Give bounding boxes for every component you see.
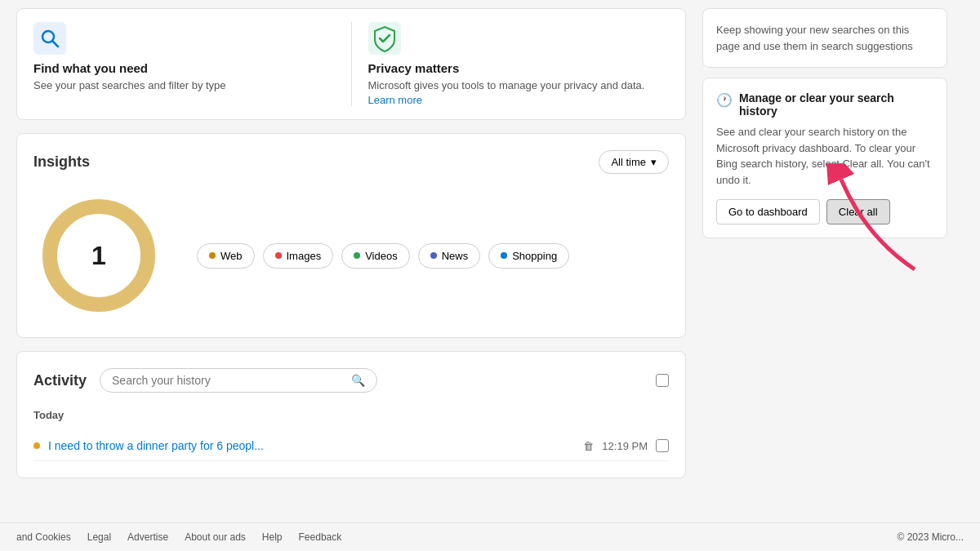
images-dot xyxy=(275,252,282,259)
activity-select-all-checkbox[interactable] xyxy=(656,374,669,387)
footer-help-link[interactable]: Help xyxy=(262,531,283,543)
history-link[interactable]: I need to throw a dinner party for 6 peo… xyxy=(48,439,575,452)
chip-videos[interactable]: Videos xyxy=(341,243,410,269)
privacy-card: Privacy matters Microsoft gives you tool… xyxy=(351,22,670,106)
activity-header: Activity 🔍 xyxy=(33,368,669,393)
videos-dot xyxy=(354,252,360,259)
footer-about-ads-link[interactable]: About our ads xyxy=(185,531,246,543)
find-card: Find what you need See your past searche… xyxy=(33,22,351,106)
chip-web-label: Web xyxy=(220,250,243,262)
find-card-desc: See your past searches and filter by typ… xyxy=(33,78,335,93)
clear-all-button[interactable]: Clear all xyxy=(826,199,890,224)
history-meta: 🗑 12:19 PM xyxy=(583,439,669,452)
manage-card: 🕐 Manage or clear your search history Se… xyxy=(702,78,947,238)
search-input[interactable] xyxy=(112,374,345,387)
manage-card-title: Manage or clear your search history xyxy=(739,91,933,118)
chip-shopping-label: Shopping xyxy=(512,250,557,262)
item-checkbox[interactable] xyxy=(656,439,669,452)
news-dot xyxy=(430,252,437,259)
footer-copyright: © 2023 Micro... xyxy=(897,531,964,543)
insights-card: Insights All time ▾ 1 xyxy=(16,133,686,338)
manage-card-desc: See and clear your search history on the… xyxy=(716,124,933,188)
chip-news-label: News xyxy=(442,250,469,262)
chevron-down-icon: ▾ xyxy=(651,156,657,168)
privacy-icon xyxy=(368,22,401,55)
history-time: 12:19 PM xyxy=(602,440,648,452)
search-box[interactable]: 🔍 xyxy=(100,368,377,393)
donut-chart: 1 xyxy=(33,190,164,321)
chip-web[interactable]: Web xyxy=(197,243,255,269)
donut-count: 1 xyxy=(91,241,106,271)
learn-more-link[interactable]: Learn more xyxy=(368,94,422,106)
sidebar-top-text: Keep showing your new searches on this p… xyxy=(716,22,933,54)
history-dot xyxy=(33,442,40,449)
shopping-dot xyxy=(501,252,507,259)
insights-header: Insights All time ▾ xyxy=(33,150,669,174)
chip-videos-label: Videos xyxy=(365,250,398,262)
activity-title: Activity xyxy=(33,372,87,389)
time-filter-dropdown[interactable]: All time ▾ xyxy=(599,150,669,174)
insights-title: Insights xyxy=(33,153,90,171)
chip-images-label: Images xyxy=(287,250,322,262)
filter-chips: Web Images Videos News xyxy=(197,243,669,269)
footer-advertise-link[interactable]: Advertise xyxy=(127,531,168,543)
footer-cookies-link[interactable]: and Cookies xyxy=(16,531,71,543)
svg-rect-0 xyxy=(33,22,66,55)
go-to-dashboard-button[interactable]: Go to dashboard xyxy=(716,199,820,224)
delete-icon[interactable]: 🗑 xyxy=(583,440,594,452)
top-cards-section: Find what you need See your past searche… xyxy=(16,8,686,120)
footer-feedback-link[interactable]: Feedback xyxy=(299,531,342,543)
table-row: I need to throw a dinner party for 6 peo… xyxy=(33,431,669,461)
sidebar-top-card: Keep showing your new searches on this p… xyxy=(702,8,947,68)
find-icon xyxy=(33,22,66,55)
privacy-card-desc: Microsoft gives you tools to manage your… xyxy=(368,78,670,93)
privacy-card-title: Privacy matters xyxy=(368,61,670,75)
manage-buttons: Go to dashboard Clear all xyxy=(716,199,933,224)
footer: and Cookies Legal Advertise About our ad… xyxy=(0,522,980,551)
manage-card-header: 🕐 Manage or clear your search history xyxy=(716,91,933,118)
chip-images[interactable]: Images xyxy=(263,243,334,269)
chip-news[interactable]: News xyxy=(418,243,481,269)
search-icon[interactable]: 🔍 xyxy=(351,374,365,387)
time-filter-label: All time xyxy=(611,156,646,168)
activity-card: Activity 🔍 Today I need to throw a dinne… xyxy=(16,351,686,478)
right-sidebar: Keep showing your new searches on this p… xyxy=(686,0,964,551)
web-dot xyxy=(209,252,216,259)
clock-icon: 🕐 xyxy=(716,92,733,108)
today-label: Today xyxy=(33,409,669,421)
insights-body: 1 Web Images Videos xyxy=(33,190,669,321)
chip-shopping[interactable]: Shopping xyxy=(488,243,569,269)
find-card-title: Find what you need xyxy=(33,61,335,75)
footer-legal-link[interactable]: Legal xyxy=(87,531,111,543)
